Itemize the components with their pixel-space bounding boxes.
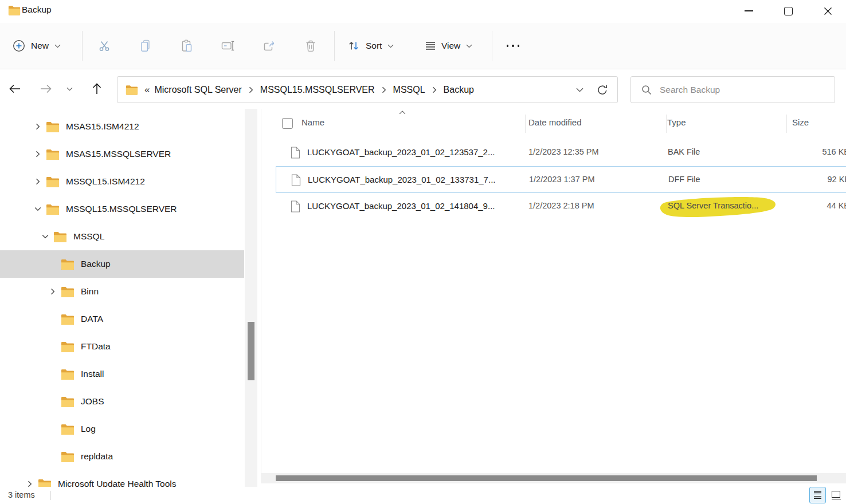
tree-item-selected[interactable]: Backup [0,250,244,278]
forward-button[interactable] [36,77,56,100]
search-box[interactable] [630,76,835,103]
tree-item[interactable]: repldata [0,443,244,470]
column-divider[interactable] [525,115,526,133]
tree-item[interactable]: Install [0,360,244,388]
chevron-down-icon[interactable] [37,232,53,241]
tree-item-label: MSSQL [73,231,104,242]
sidebar-scrollbar[interactable] [245,109,257,487]
breadcrumb-overflow[interactable]: « [144,84,150,96]
file-icon [291,147,300,159]
tree-item[interactable]: DATA [0,305,244,333]
large-icons-view-button[interactable] [829,488,843,502]
file-icon [291,174,301,186]
tree-item[interactable]: JOBS [0,388,244,415]
file-type: DFF File [668,175,700,184]
sidebar-scrollbar-thumb[interactable] [248,322,254,380]
paste-button[interactable] [175,34,198,57]
breadcrumb-item[interactable]: MSSQL15.MSSQLSERVER [257,83,378,97]
recent-locations-button[interactable] [62,77,77,100]
tree-item[interactable]: Microsoft Update Health Tools [0,470,244,487]
tree-item-label: MSAS15.ISM4212 [66,121,139,132]
chevron-right-icon [382,86,386,93]
file-name[interactable]: LUCKYGOAT_backup_2023_01_02_133731_7... [308,175,495,184]
delete-button[interactable] [299,34,322,57]
back-button[interactable] [5,77,25,100]
minimize-button[interactable] [735,0,762,22]
view-button[interactable]: View [420,31,478,61]
large-icons-view-icon [832,499,841,500]
cut-button[interactable] [93,34,116,57]
chevron-right-icon[interactable] [30,177,46,186]
details-view-button[interactable] [809,487,826,503]
share-button[interactable] [258,34,281,57]
tree-item[interactable]: MSAS15.MSSQLSERVER [0,140,244,168]
maximize-button[interactable] [775,0,801,22]
folder-icon [53,231,67,242]
chevron-down-icon[interactable] [30,204,46,214]
navigation-row: « Microsoft SQL Server MSSQL15.MSSQLSERV… [0,69,846,109]
sort-ascending-icon [399,111,406,115]
file-row[interactable]: LUCKYGOAT_backup_2023_01_02_141804_9... … [276,193,846,220]
chevron-down-icon [54,44,61,48]
column-header-modified[interactable]: Date modified [528,117,582,127]
folder-icon [46,176,60,187]
horizontal-scrollbar[interactable] [261,473,846,483]
details-view-icon [814,491,821,499]
file-list: Name Date modified Type Size LUCKYGOAT_b… [261,109,846,473]
file-row[interactable]: LUCKYGOAT_backup_2023_01_02_123537_2... … [276,139,846,166]
arrow-left-icon [9,84,21,93]
chevron-right-icon[interactable] [30,149,46,159]
chevron-placeholder [45,424,61,434]
status-bar: 3 items [0,487,846,504]
file-name[interactable]: LUCKYGOAT_backup_2023_01_02_123537_2... [307,147,495,157]
rename-button[interactable] [217,34,240,57]
paste-icon [181,40,193,52]
tree-item[interactable]: FTData [0,333,244,360]
tree-item[interactable]: MSSQL15.MSSQLSERVER [0,195,244,223]
see-more-button[interactable] [502,34,524,57]
file-explorer-window: { "titlebar": { "title": "Backup" }, "to… [0,0,846,504]
address-dropdown-button[interactable] [568,78,591,101]
close-button[interactable] [814,0,841,22]
chevron-placeholder [45,259,61,269]
horizontal-scrollbar-thumb[interactable] [276,475,817,481]
minimize-icon [745,10,753,11]
search-input[interactable] [660,85,835,95]
up-button[interactable] [87,77,107,100]
column-header-name[interactable]: Name [301,117,324,127]
folder-icon [38,479,52,487]
chevron-placeholder [45,314,61,324]
copy-button[interactable] [134,34,157,57]
tree-item[interactable]: MSAS15.ISM4212 [0,113,244,140]
folder-icon [61,369,75,380]
chevron-right-icon[interactable] [22,479,38,487]
new-button[interactable]: New [7,31,66,61]
column-header-type[interactable]: Type [667,117,686,127]
tree-item-label: repldata [81,451,113,462]
breadcrumb-item-current[interactable]: Backup [440,83,477,97]
view-list-icon [425,41,436,50]
sort-button[interactable]: Sort [342,31,399,61]
column-divider[interactable] [786,115,787,133]
select-all-checkbox[interactable] [282,118,293,129]
tree-item[interactable]: MSSQL15.ISM4212 [0,168,244,195]
tree-item[interactable]: Log [0,415,244,443]
breadcrumb-item[interactable]: Microsoft SQL Server [151,83,245,97]
toolbar-divider [334,31,335,61]
chevron-placeholder [45,342,61,351]
chevron-right-icon[interactable] [45,287,61,296]
file-row-focused[interactable]: LUCKYGOAT_backup_2023_01_02_133731_7... … [276,166,846,193]
toolbar-divider [492,31,492,61]
file-icon [291,200,300,212]
column-divider[interactable] [666,115,667,133]
breadcrumb-item[interactable]: MSSQL [390,83,429,97]
column-header-size[interactable]: Size [792,117,809,127]
tree-item-label: FTData [81,341,111,352]
tree-item[interactable]: Binn [0,278,244,305]
address-bar[interactable]: « Microsoft SQL Server MSSQL15.MSSQLSERV… [117,76,618,103]
refresh-button[interactable] [591,78,614,101]
chevron-right-icon[interactable] [30,122,46,131]
arrow-right-icon [40,84,52,93]
file-name[interactable]: LUCKYGOAT_backup_2023_01_02_141804_9... [307,201,495,211]
tree-item[interactable]: MSSQL [0,223,244,250]
